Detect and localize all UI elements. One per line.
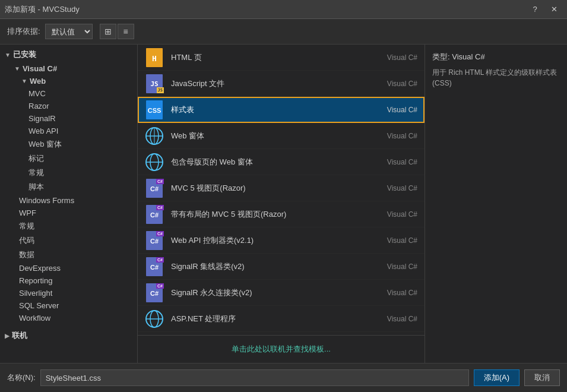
js-icon: JS JS [145, 74, 164, 93]
list-item-signalrpersist[interactable]: C# C# SignalR 永久连接类(v2) Visual C# [138, 280, 425, 306]
sidebar-item-webforms-child[interactable]: Web 窗体 [0, 137, 137, 151]
list-item-mvc5layout[interactable]: C# C# 带有布局的 MVC 5 视图页(Razor) Visual C# [138, 201, 425, 227]
svg-text:C#: C# [150, 290, 159, 297]
aspnethandler-icon [145, 309, 164, 328]
css-icon: CSS [145, 100, 164, 119]
list-item-css[interactable]: CSS 样式表 Visual C# [138, 97, 425, 123]
web-item[interactable]: ▼ Web [0, 75, 137, 87]
online-arrow: ▶ [5, 333, 9, 339]
item-category-html: Visual C# [370, 53, 417, 62]
mvc5layout-icon: C# C# [145, 205, 164, 224]
online-link[interactable]: 单击此处以联机并查找模板... [232, 344, 331, 353]
add-button[interactable]: 添加(A) [474, 369, 520, 386]
sidebar-item-wpf[interactable]: WPF [0, 207, 137, 219]
sidebar-item-data[interactable]: 数据 [0, 248, 137, 262]
sidebar-item-scripts[interactable]: 脚本 [0, 180, 137, 194]
installed-section[interactable]: ▼ 已安装 [0, 47, 137, 62]
item-name-js: JavaScript 文件 [171, 78, 363, 89]
vcsharp-arrow: ▼ [14, 65, 20, 72]
item-category-webform: Visual C# [370, 132, 417, 140]
sidebar: ▼ 已安装 ▼ Visual C# ▼ Web MVC Razor Signal… [0, 45, 138, 363]
sidebar-item-winforms[interactable]: Windows Forms [0, 194, 137, 207]
item-list: H HTML 页 Visual C# JS JS Java [138, 45, 425, 335]
item-name-signalrhub: SignalR 集线器类(v2) [171, 261, 363, 272]
svg-text:C#: C# [150, 264, 159, 271]
svg-text:C#: C# [150, 238, 159, 245]
right-panel-description: 用于 Rich HTML 样式定义的级联样式表 (CSS) [432, 67, 560, 88]
svg-text:C#: C# [150, 211, 159, 219]
right-panel-type: 类型: Visual C# [432, 52, 560, 62]
sidebar-item-mvc[interactable]: MVC [0, 87, 137, 100]
content-area: ▼ 已安装 ▼ Visual C# ▼ Web MVC Razor Signal… [0, 45, 567, 363]
svg-text:C#: C# [150, 185, 159, 192]
item-category-signalrhub: Visual C# [370, 263, 417, 271]
link-row: 单击此处以联机并查找模板... [145, 340, 417, 358]
sidebar-item-silverlight[interactable]: Silverlight [0, 287, 137, 299]
webform-icon [145, 127, 164, 146]
close-button[interactable]: ✕ [546, 3, 562, 16]
grid-view-button[interactable]: ⊞ [100, 24, 116, 39]
web-label: Web [30, 77, 46, 86]
sidebar-item-razor[interactable]: Razor [0, 100, 137, 112]
item-name-aspnethandler: ASP.NET 处理程序 [171, 314, 363, 324]
item-category-css: Visual C# [370, 106, 417, 114]
dialog: 排序依据: 默认值 ⊞ ≡ ▼ 已安装 ▼ Visual C# ▼ Web [0, 19, 567, 392]
visual-csharp-item[interactable]: ▼ Visual C# [0, 62, 137, 75]
list-item-aspnethandler[interactable]: ASP.NET 处理程序 Visual C# [138, 306, 425, 332]
item-category-aspnethandler: Visual C# [370, 315, 417, 323]
list-item-webform[interactable]: Web 窗体 Visual C# [138, 123, 425, 149]
sort-label: 排序依据: [7, 26, 40, 37]
topbar: 排序依据: 默认值 ⊞ ≡ [0, 19, 567, 45]
titlebar: 添加新项 - MVCStudy ? ✕ [0, 0, 567, 19]
item-name-css: 样式表 [171, 105, 363, 115]
sidebar-item-markup[interactable]: 标记 [0, 151, 137, 166]
sidebar-item-devexpress[interactable]: DevExpress [0, 262, 137, 274]
help-button[interactable]: ? [527, 3, 543, 16]
item-category-mvc5razor: Visual C# [370, 184, 417, 192]
sort-select[interactable]: 默认值 [45, 24, 93, 39]
sidebar-item-webapi[interactable]: Web API [0, 125, 137, 137]
online-section[interactable]: ▶ 联机 [0, 328, 137, 343]
right-panel: 类型: Visual C# 用于 Rich HTML 样式定义的级联样式表 (C… [425, 45, 567, 363]
sidebar-item-general[interactable]: 常规 [0, 219, 137, 233]
sidebar-item-general-web[interactable]: 常规 [0, 166, 137, 180]
sidebar-item-sqlserver[interactable]: SQL Server [0, 299, 137, 312]
name-input[interactable] [40, 369, 469, 386]
list-item-webapictrl[interactable]: C# C# Web API 控制器类(v2.1) Visual C# [138, 227, 425, 254]
item-category-mvc5layout: Visual C# [370, 210, 417, 219]
list-item-signalrhub[interactable]: C# C# SignalR 集线器类(v2) Visual C# [138, 254, 425, 280]
item-category-masterwebform: Visual C# [370, 158, 417, 166]
item-name-mvc5razor: MVC 5 视图页(Razor) [171, 183, 363, 194]
item-name-masterwebform: 包含母版页的 Web 窗体 [171, 157, 363, 167]
web-arrow: ▼ [21, 78, 27, 84]
cancel-button[interactable]: 取消 [524, 369, 560, 386]
item-name-webform: Web 窗体 [171, 131, 363, 141]
installed-arrow: ▼ [5, 52, 11, 58]
svg-text:H: H [152, 54, 157, 63]
name-label: 名称(N): [7, 372, 36, 383]
bottom-section: 单击此处以联机并查找模板... [138, 335, 425, 363]
list-view-button[interactable]: ≡ [118, 24, 134, 39]
sidebar-item-reporting[interactable]: Reporting [0, 274, 137, 287]
item-name-signalrpersist: SignalR 永久连接类(v2) [171, 287, 363, 298]
item-name-html: HTML 页 [171, 52, 363, 63]
list-item-masterwebform[interactable]: 包含母版页的 Web 窗体 Visual C# [138, 149, 425, 175]
webapictrl-icon: C# C# [145, 231, 164, 250]
list-item-js[interactable]: JS JS JavaScript 文件 Visual C# [138, 71, 425, 97]
titlebar-controls: ? ✕ [527, 3, 562, 16]
list-item-mvc5razor[interactable]: C# C# MVC 5 视图页(Razor) Visual C# [138, 175, 425, 201]
signalrhub-icon: C# C# [145, 257, 164, 276]
installed-label: 已安装 [13, 49, 36, 60]
center-panel: H HTML 页 Visual C# JS JS Java [138, 45, 425, 363]
footer: 名称(N): 添加(A) 取消 [0, 363, 567, 392]
federation-label: 联机 [12, 330, 27, 341]
sidebar-item-workflow[interactable]: Workflow [0, 312, 137, 324]
sidebar-item-code[interactable]: 代码 [0, 233, 137, 248]
list-item-html[interactable]: H HTML 页 Visual C# [138, 45, 425, 71]
sidebar-item-signalr[interactable]: SignalR [0, 112, 137, 125]
svg-text:CSS: CSS [148, 107, 161, 114]
visual-csharp-label: Visual C# [23, 64, 57, 73]
dialog-title: 添加新项 - MVCStudy [5, 4, 527, 15]
item-category-js: Visual C# [370, 80, 417, 88]
mvc5razor-icon: C# C# [145, 179, 164, 198]
